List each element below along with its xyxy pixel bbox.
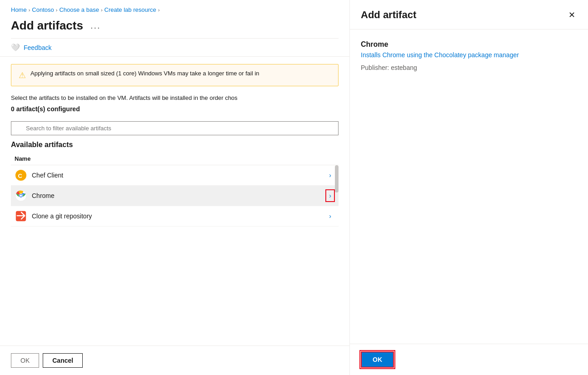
breadcrumb-contoso[interactable]: Contoso	[32, 6, 54, 13]
sep4: ›	[158, 7, 160, 13]
search-box-wrapper: 🔍	[11, 121, 339, 135]
artifact-row-chef[interactable]: C Chef Client ›	[11, 165, 339, 186]
artifact-row-git[interactable]: Clone a git repository ›	[11, 206, 339, 227]
artifact-chevron-chrome[interactable]: ›	[325, 189, 335, 202]
artifact-list: C Chef Client ›	[11, 165, 339, 227]
page-title-row: Add artifacts ...	[0, 17, 349, 38]
chrome-icon	[15, 189, 27, 202]
artifact-name-chef: Chef Client	[32, 172, 321, 179]
feedback-row[interactable]: 🤍 Feedback	[0, 39, 349, 56]
warning-icon: ⚠	[19, 70, 26, 80]
artifact-row-chrome[interactable]: Chrome ›	[11, 186, 339, 206]
chef-icon: C	[15, 169, 27, 182]
available-title: Available artifacts	[11, 141, 339, 149]
page-title: Add artifacts	[11, 19, 83, 33]
configured-count: 0 artifact(s) configured	[11, 104, 339, 114]
sep2: ›	[56, 7, 58, 13]
artifact-detail-publisher: Publisher: estebang	[361, 64, 577, 71]
right-panel-title: Add artifact	[361, 9, 416, 21]
cancel-button[interactable]: Cancel	[43, 353, 83, 368]
feedback-icon: 🤍	[11, 43, 20, 52]
description-text: Select the artifacts to be installed on …	[11, 94, 339, 103]
svg-text:C: C	[18, 172, 23, 179]
sep1: ›	[29, 7, 30, 13]
more-button[interactable]: ...	[88, 20, 104, 32]
artifact-detail-desc: Installs Chrome using the Chocolatey pac…	[361, 51, 577, 59]
breadcrumb-create-lab[interactable]: Create lab resource	[105, 6, 156, 13]
bottom-buttons: OK Cancel	[0, 345, 349, 375]
sep3: ›	[101, 7, 103, 13]
publisher-label: Publisher:	[361, 64, 389, 71]
scrollbar-thumb[interactable]	[335, 165, 339, 192]
search-box-container: 🔍	[11, 121, 339, 135]
ok-button[interactable]: OK	[11, 353, 39, 368]
warning-banner: ⚠ Applying artifacts on small sized (1 c…	[11, 64, 339, 86]
artifact-name-chrome: Chrome	[32, 192, 321, 199]
artifact-name-git: Clone a git repository	[32, 212, 321, 220]
left-panel: Home › Contoso › Choose a base › Create …	[0, 0, 350, 375]
right-panel: Add artifact ✕ Chrome Installs Chrome us…	[350, 0, 588, 375]
publisher-value-text: estebang	[391, 64, 417, 71]
right-bottom: OK	[350, 344, 588, 375]
description-section: Select the artifacts to be installed on …	[0, 94, 349, 118]
breadcrumb: Home › Contoso › Choose a base › Create …	[0, 0, 349, 17]
artifact-chevron-chef[interactable]: ›	[325, 169, 335, 182]
close-button[interactable]: ✕	[567, 8, 577, 22]
git-icon	[15, 210, 27, 222]
search-input[interactable]	[11, 121, 339, 135]
svg-point-6	[20, 194, 22, 197]
right-content: Chrome Installs Chrome using the Chocola…	[350, 30, 588, 344]
feedback-label: Feedback	[24, 44, 51, 51]
divider-2	[0, 56, 349, 57]
breadcrumb-home[interactable]: Home	[11, 6, 27, 13]
artifact-chevron-git[interactable]: ›	[325, 210, 335, 222]
warning-text: Applying artifacts on small sized (1 cor…	[30, 70, 259, 77]
artifact-detail-name: Chrome	[361, 40, 577, 49]
right-ok-button[interactable]: OK	[361, 351, 394, 368]
available-section: Available artifacts Name C Chef Client ›	[0, 141, 349, 227]
breadcrumb-choose-base[interactable]: Choose a base	[59, 6, 99, 13]
right-header: Add artifact ✕	[350, 0, 588, 30]
table-header-name: Name	[11, 153, 339, 165]
